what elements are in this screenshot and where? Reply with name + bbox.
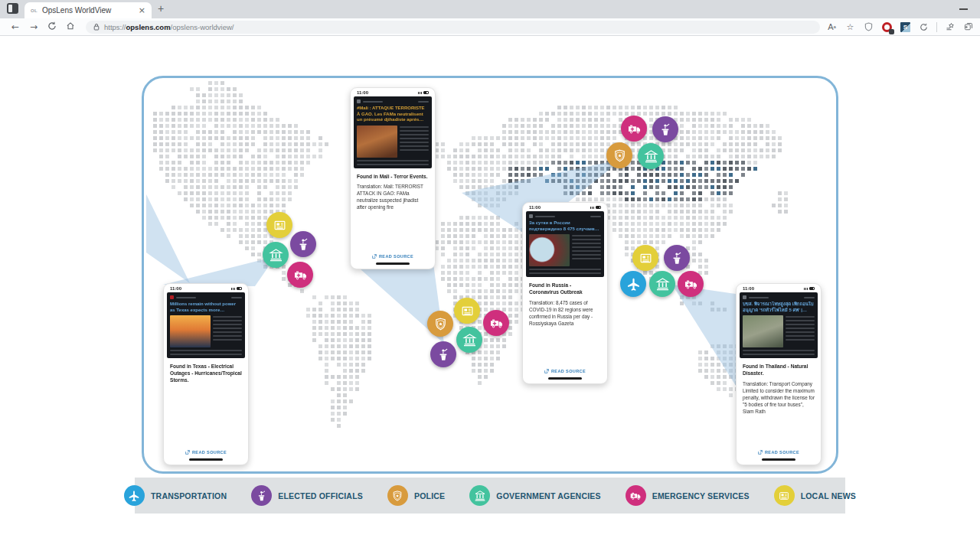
emergency-services-icon xyxy=(626,485,646,506)
tab-favicon: OL xyxy=(31,8,38,13)
news-screenshot: Millions remain without power as Texas e… xyxy=(167,292,245,358)
marker-emergency-services-europe[interactable] xyxy=(621,116,647,142)
marker-elected-officials-europe[interactable] xyxy=(652,116,678,142)
phone-status-icons xyxy=(231,287,242,290)
news-image xyxy=(357,126,397,158)
government-agencies-icon xyxy=(462,333,477,347)
split-screen-icon[interactable] xyxy=(962,21,974,33)
government-agencies-icon xyxy=(269,248,283,262)
legend-label: ELECTED OFFICIALS xyxy=(278,491,363,500)
event-translation: Translation: 8,475 cases of COVID-19 in … xyxy=(523,296,607,328)
reload-button[interactable] xyxy=(43,21,61,33)
extension-red-icon[interactable] xyxy=(881,21,893,33)
marker-elected-officials-africa[interactable] xyxy=(430,341,456,367)
read-aloud-icon[interactable]: Aa xyxy=(826,21,838,33)
emergency-services-icon xyxy=(489,316,504,331)
address-bar[interactable]: https://opslens.com/opslens-worldview/ xyxy=(86,21,820,34)
favorites-icon[interactable]: ☆ xyxy=(844,21,856,33)
extension-s-icon[interactable]: S xyxy=(900,21,911,33)
window-minimize-button[interactable] xyxy=(959,8,968,10)
marker-transportation-asia[interactable] xyxy=(620,271,646,297)
transportation-icon xyxy=(124,485,145,506)
read-source-link[interactable]: READ SOURCE xyxy=(523,369,607,373)
phone-time: 11:00 xyxy=(170,286,181,291)
collections-icon[interactable] xyxy=(944,21,956,33)
browser-tab[interactable]: OL OpsLens WorldView × xyxy=(24,2,152,18)
phone-status-icons xyxy=(418,91,429,94)
legend-label: GOVERNMENT AGENCIES xyxy=(496,491,600,500)
phone-status-icons xyxy=(804,287,815,290)
marker-local-news-north-america[interactable] xyxy=(266,212,292,238)
police-icon xyxy=(433,317,448,331)
sync-icon[interactable] xyxy=(918,21,929,33)
phone-home-indicator xyxy=(189,458,223,461)
home-button[interactable] xyxy=(61,21,80,33)
read-source-link[interactable]: READ SOURCE xyxy=(164,450,248,455)
phone-status-bar: 11:00 xyxy=(523,203,607,211)
phone-home-indicator xyxy=(376,262,410,265)
marker-police-africa[interactable] xyxy=(427,311,453,337)
event-title: Found in Mali - Terror Events. xyxy=(351,168,435,181)
new-tab-button[interactable]: + xyxy=(158,2,164,15)
event-translation: Translation: Mali: TERRORIST ATTACK IN G… xyxy=(351,180,435,211)
phone-status-icons xyxy=(590,206,601,209)
news-headline: #Mali : ATTAQUE TERRORISTE À GAO. Les FA… xyxy=(357,106,429,123)
news-headline: บขส. พิจารณาโทษสูงสุด เพิกถอนใบอนุญาต 'ร… xyxy=(743,302,815,313)
marker-elected-officials-north-america[interactable] xyxy=(290,231,316,257)
phone-time: 11:00 xyxy=(743,286,754,291)
phone-time: 11:00 xyxy=(357,90,368,95)
local-news-icon xyxy=(460,304,475,318)
marker-government-agencies-asia[interactable] xyxy=(649,271,675,297)
marker-local-news-africa[interactable] xyxy=(454,298,480,324)
worldview-map-panel: 11:00Millions remain without power as Te… xyxy=(142,76,838,474)
emergency-services-icon xyxy=(293,268,308,282)
marker-police-europe[interactable] xyxy=(606,142,632,168)
legend-label: EMERGENCY SERVICES xyxy=(652,491,750,500)
legend-bar: TRANSPORTATIONELECTED OFFICIALSPOLICEGOV… xyxy=(135,478,845,514)
tracking-shield-icon[interactable] xyxy=(863,21,874,33)
browser-tab-strip: OL OpsLens WorldView × + xyxy=(0,0,980,18)
emergency-services-icon xyxy=(627,122,642,136)
event-title: Found in Thailand - Natural Disaster. xyxy=(737,358,821,377)
phone-status-bar: 11:00 xyxy=(164,284,248,292)
elected-officials-icon xyxy=(296,237,311,252)
marker-emergency-services-africa[interactable] xyxy=(483,310,509,336)
event-card-russia: 11:00За сутки в России подтверждено 8 47… xyxy=(522,202,608,384)
marker-emergency-services-asia[interactable] xyxy=(678,271,704,297)
legend-label: POLICE xyxy=(414,491,445,500)
read-source-link[interactable]: READ SOURCE xyxy=(737,450,821,455)
news-headline: За сутки в России подтверждено 8 475 слу… xyxy=(529,220,601,232)
tab-layout-icon[interactable] xyxy=(7,3,18,14)
tab-close-icon[interactable]: × xyxy=(139,5,145,15)
legend-item-emergency-services: EMERGENCY SERVICES xyxy=(626,485,750,506)
event-translation: Translation: Transport Company Limited t… xyxy=(737,377,821,416)
event-card-thailand: 11:00บขส. พิจารณาโทษสูงสุด เพิกถอนใบอนุญ… xyxy=(736,283,822,465)
forward-button[interactable]: → xyxy=(24,21,43,32)
news-image xyxy=(743,315,783,347)
back-button[interactable]: ← xyxy=(6,21,24,32)
marker-government-agencies-europe[interactable] xyxy=(638,143,664,169)
marker-local-news-asia[interactable] xyxy=(632,245,658,271)
read-source-link[interactable]: READ SOURCE xyxy=(351,254,435,259)
browser-toolbar: ← → https://opslens.com/opslens-worldvie… xyxy=(0,18,980,36)
news-screenshot: За сутки в России подтверждено 8 475 слу… xyxy=(526,211,604,277)
phone-status-bar: 11:00 xyxy=(351,88,435,96)
news-headline: Millions remain without power as Texas e… xyxy=(170,302,242,313)
phone-time: 11:00 xyxy=(529,205,541,210)
event-title: Found in Texas - Electrical Outages - Hu… xyxy=(164,358,248,384)
legend-label: TRANSPORTATION xyxy=(151,491,227,500)
marker-government-agencies-north-america[interactable] xyxy=(263,242,289,268)
legend-item-police: POLICE xyxy=(387,485,445,506)
local-news-icon xyxy=(774,485,795,506)
marker-emergency-services-north-america[interactable] xyxy=(287,262,313,288)
transportation-icon xyxy=(626,277,641,292)
police-icon xyxy=(612,148,627,163)
phone-home-indicator xyxy=(548,377,582,380)
government-agencies-icon xyxy=(655,277,670,292)
local-news-icon xyxy=(639,251,653,266)
elected-officials-icon xyxy=(658,122,673,137)
marker-elected-officials-asia[interactable] xyxy=(664,245,690,271)
legend-item-local-news: LOCAL NEWS xyxy=(774,485,856,506)
marker-government-agencies-africa[interactable] xyxy=(456,327,482,353)
tab-title: OpsLens WorldView xyxy=(42,6,134,15)
